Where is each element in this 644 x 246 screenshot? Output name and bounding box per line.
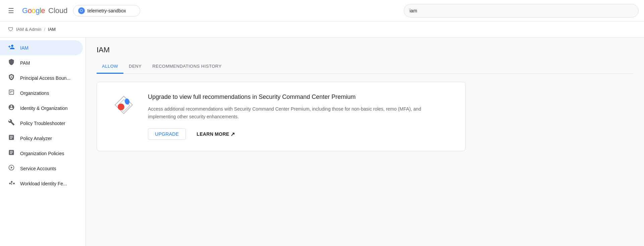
google-cloud-logo[interactable]: Google Cloud [22, 6, 68, 15]
sidebar-item-identity-org[interactable]: Identity & Organization [0, 101, 83, 116]
breadcrumb-separator: / [44, 27, 45, 32]
switch-account-icon [8, 179, 15, 188]
sidebar-pam-label: PAM [20, 60, 30, 66]
sidebar-iam-label: IAM [20, 45, 29, 51]
sidebar-service-accounts-label: Service Accounts [20, 166, 56, 171]
project-dot-icon: ⬡ [78, 7, 85, 14]
article-icon [8, 149, 15, 158]
sidebar: IAM PAM Principal Access Boun... Organiz… [0, 38, 86, 246]
sidebar-identity-org-label: Identity & Organization [20, 106, 68, 111]
sidebar-item-org-policies[interactable]: Organization Policies [0, 146, 83, 161]
sidebar-item-policy-troubleshooter[interactable]: Policy Troubleshooter [0, 116, 83, 131]
sidebar-organizations-label: Organizations [20, 90, 49, 96]
upgrade-icon [110, 93, 137, 120]
learn-more-label: LEARN MORE [197, 131, 229, 137]
tab-deny[interactable]: DENY [123, 60, 147, 74]
upgrade-button[interactable]: UPGRADE [148, 128, 186, 140]
sidebar-item-policy-analyzer[interactable]: Policy Analyzer [0, 131, 83, 146]
shield-lock-icon [8, 74, 15, 82]
topbar: ☰ Google Cloud ⬡ telemetry-sandbox [0, 0, 644, 21]
search-bar [404, 4, 639, 17]
breadcrumb: 🛡 IAM & Admin / IAM [0, 21, 644, 38]
tab-allow[interactable]: ALLOW [97, 60, 123, 74]
sidebar-item-pam[interactable]: PAM [0, 55, 83, 70]
build-icon [8, 119, 15, 127]
svg-point-3 [124, 98, 130, 105]
sidebar-item-organizations[interactable]: Organizations [0, 85, 83, 101]
account-circle-icon [8, 104, 15, 112]
sidebar-item-principal-access[interactable]: Principal Access Boun... [0, 70, 83, 85]
iam-breadcrumb-icon: 🛡 [8, 26, 13, 33]
sidebar-item-workload-identity[interactable]: Workload Identity Fe... [0, 176, 83, 191]
logo-text: Google [22, 6, 45, 15]
sidebar-org-policies-label: Organization Policies [20, 151, 64, 156]
list-alt-icon [8, 89, 15, 97]
upgrade-title: Upgrade to view full recommendations in … [148, 93, 452, 101]
breadcrumb-parent[interactable]: IAM & Admin [16, 27, 41, 32]
sidebar-workload-identity-label: Workload Identity Fe... [20, 181, 67, 186]
tabs: ALLOW DENY RECOMMENDATIONS HISTORY [97, 60, 633, 74]
svg-point-2 [118, 104, 124, 110]
upgrade-card: Upgrade to view full recommendations in … [97, 82, 466, 151]
breadcrumb-current: IAM [48, 27, 56, 32]
upgrade-description: Access additional recommendations with S… [148, 105, 450, 120]
person-add-icon [8, 44, 15, 52]
page-title: IAM [97, 46, 633, 54]
project-selector[interactable]: ⬡ telemetry-sandbox [73, 5, 140, 16]
sidebar-principal-access-label: Principal Access Boun... [20, 75, 70, 81]
sidebar-item-service-accounts[interactable]: Service Accounts [0, 161, 83, 176]
search-input[interactable] [404, 4, 639, 17]
logo-cloud-text: Cloud [48, 6, 67, 15]
shield-icon [8, 59, 15, 67]
menu-icon[interactable]: ☰ [5, 4, 17, 17]
main-layout: IAM PAM Principal Access Boun... Organiz… [0, 38, 644, 246]
assessment-icon [8, 134, 15, 142]
main-content: IAM ALLOW DENY RECOMMENDATIONS HISTORY [86, 38, 644, 246]
manage-accounts-icon [8, 164, 15, 173]
learn-more-button[interactable]: LEARN MORE ↗ [191, 128, 240, 140]
sidebar-item-iam[interactable]: IAM [0, 40, 83, 55]
external-link-icon: ↗ [230, 131, 235, 137]
upgrade-actions: UPGRADE LEARN MORE ↗ [148, 128, 452, 140]
sidebar-policy-troubleshooter-label: Policy Troubleshooter [20, 121, 65, 126]
tab-recommendations[interactable]: RECOMMENDATIONS HISTORY [147, 60, 227, 74]
upgrade-content: Upgrade to view full recommendations in … [148, 93, 452, 140]
sidebar-policy-analyzer-label: Policy Analyzer [20, 136, 52, 141]
project-name: telemetry-sandbox [88, 8, 126, 13]
